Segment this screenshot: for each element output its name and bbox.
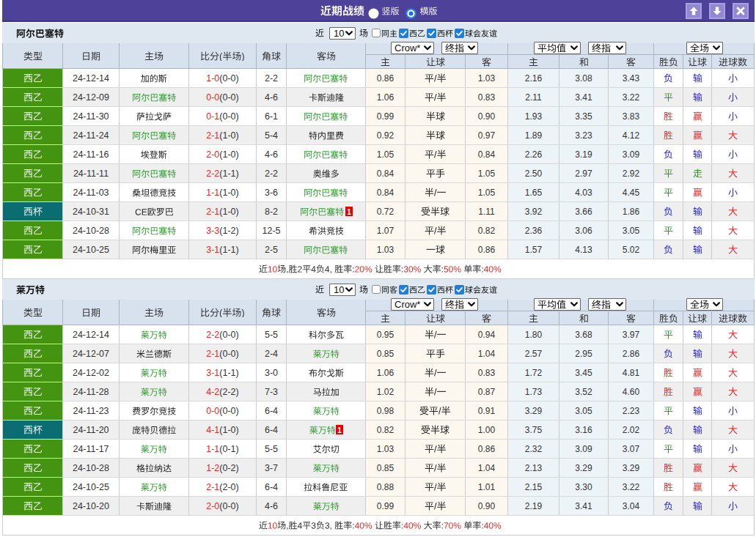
- svg-text:1: 1: [337, 426, 342, 434]
- svg-text:1: 1: [347, 208, 351, 216]
